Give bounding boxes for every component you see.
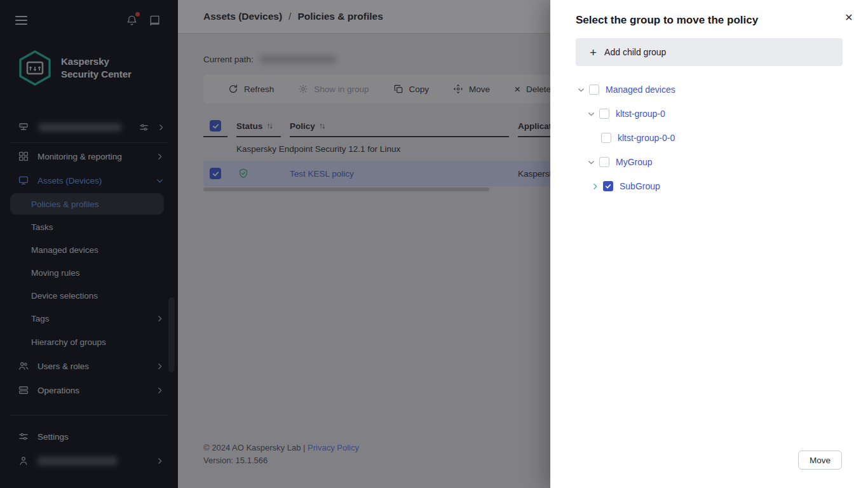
tree-item-subgroup: SubGroup: [576, 174, 843, 198]
group-tree: Managed devices kltst-group-0 kltst-grou…: [576, 78, 843, 198]
tree-item-kltst-group-0-0: kltst-group-0-0: [576, 126, 843, 150]
chevron-down-icon[interactable]: [576, 86, 586, 94]
plus-icon: +: [590, 46, 597, 58]
modal-title: Select the group to move the policy: [576, 14, 758, 27]
tree-checkbox[interactable]: [599, 157, 609, 167]
tree-item-kltst-group-0: kltst-group-0: [576, 102, 843, 126]
app-window: Kaspersky Security Center Monitoring & r…: [0, 0, 868, 488]
move-policy-modal: Select the group to move the policy × + …: [550, 0, 868, 488]
tree-checkbox[interactable]: [599, 109, 609, 119]
tree-item-managed-devices: Managed devices: [576, 78, 843, 102]
chevron-down-icon[interactable]: [586, 110, 596, 118]
chevron-down-icon[interactable]: [586, 158, 596, 166]
tree-checkbox-checked[interactable]: [603, 181, 613, 191]
close-icon[interactable]: ×: [839, 7, 859, 27]
tree-checkbox[interactable]: [589, 85, 599, 95]
add-child-group-button[interactable]: + Add child group: [576, 38, 843, 66]
chevron-right-icon[interactable]: [590, 182, 600, 191]
move-confirm-button[interactable]: Move: [798, 451, 842, 470]
tree-checkbox[interactable]: [601, 133, 611, 143]
tree-item-mygroup: MyGroup: [576, 150, 843, 174]
